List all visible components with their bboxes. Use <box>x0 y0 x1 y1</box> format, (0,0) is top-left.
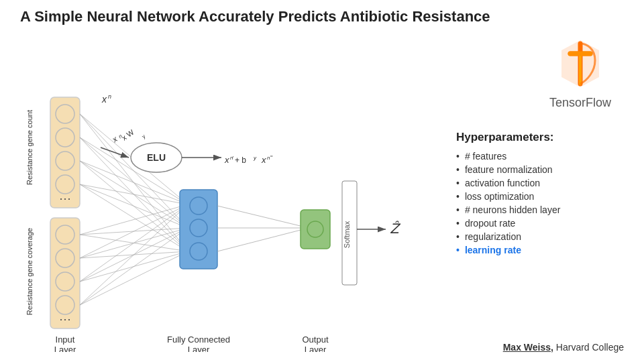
plus-by-label: + b <box>235 156 246 165</box>
page-title: A Simple Neural Network Accurately Predi… <box>20 8 490 25</box>
output-node-1 <box>307 221 323 237</box>
fc-layer-title: Fully Connected <box>167 335 230 345</box>
input-layer-title2: Layer <box>54 345 76 352</box>
hyperparam-regularization: regularization <box>456 230 637 243</box>
conn-24 <box>80 251 188 305</box>
output-layer-title2: Layer <box>305 345 327 352</box>
hidden-node-2 <box>190 219 207 237</box>
author-affiliation: Harvard College <box>556 342 624 353</box>
hconn-1 <box>217 206 309 228</box>
tensorflow-logo: TensorFlow <box>537 37 624 110</box>
hyperparam-loss: loss optimization <box>456 190 637 203</box>
xn-label: x <box>101 94 107 105</box>
hidden-node-3 <box>190 243 207 260</box>
output-layer-title: Output <box>302 335 328 345</box>
y-axis-top-label: Resistance gene count <box>25 110 34 185</box>
hyperparam-neurons: # neurons hidden layer <box>456 203 637 217</box>
hyperparam-features: # features <box>456 149 637 163</box>
input-to-elu-arrow <box>101 147 129 158</box>
z-hat-label: Ẑ <box>390 221 401 236</box>
xn-double-label: x <box>261 155 266 165</box>
hyperparam-dropout: dropout rate <box>456 217 637 230</box>
hyperparameters-panel: Hyperparameters: # features feature norm… <box>456 131 637 257</box>
conn-19 <box>80 204 188 282</box>
hyperparams-title: Hyperparameters: <box>456 131 637 144</box>
diagram-area: Resistance gene count Resistance gene co… <box>13 37 470 345</box>
dots-bottom: ⋯ <box>59 312 71 326</box>
neural-network-diagram: Resistance gene count Resistance gene co… <box>13 37 470 352</box>
input-layer-title: Input <box>56 335 75 345</box>
hyperparam-learning-rate: learning rate <box>456 243 637 257</box>
input-node-2 <box>56 128 74 147</box>
times-label: x W <box>120 128 136 142</box>
hconn-3 <box>217 228 309 251</box>
dots-top: ⋯ <box>59 192 71 205</box>
xn-by-label: x <box>224 155 229 165</box>
tensorflow-text: TensorFlow <box>537 96 624 110</box>
input-node-8 <box>56 296 74 314</box>
input-node-3 <box>56 152 74 170</box>
footer-credit: Max Weiss, Harvard College <box>503 342 624 353</box>
y-axis-bottom-label: Resistance gene coverage <box>25 228 34 315</box>
by-sub: y <box>253 155 257 161</box>
conn-16 <box>80 204 188 258</box>
hidden-node-1 <box>190 197 207 215</box>
fc-layer-title2: Layer <box>188 345 210 352</box>
conn-23 <box>80 228 188 305</box>
wy-sub: y <box>141 133 146 140</box>
hyperparam-normalization: feature normalization <box>456 163 637 176</box>
input-node-4 <box>56 175 74 194</box>
input-node-7 <box>56 272 74 291</box>
hyperparam-activation: activation function <box>456 176 637 190</box>
double-prime: '' <box>270 154 273 161</box>
input-node-1 <box>56 105 74 123</box>
input-node-6 <box>56 249 74 267</box>
input-node-5 <box>56 225 74 244</box>
prime-label: ' <box>233 155 234 161</box>
elu-label: ELU <box>147 152 166 163</box>
tf-logo-svg <box>553 37 607 90</box>
xn-sub: n <box>108 93 111 100</box>
hyperparams-list: # features feature normalization activat… <box>456 149 637 257</box>
author-name: Max Weiss, <box>503 342 553 353</box>
softmax-label: Softmax <box>343 221 351 248</box>
